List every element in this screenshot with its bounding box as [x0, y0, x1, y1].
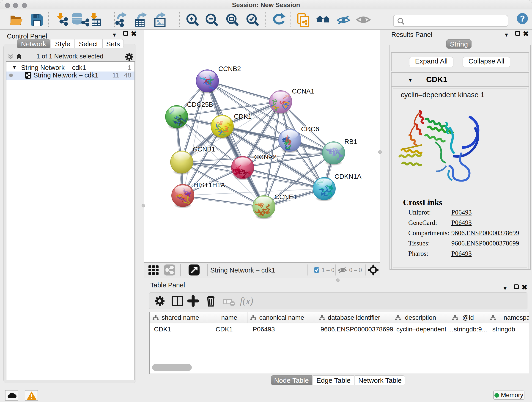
svg-text:CCNE1: CCNE1	[274, 193, 297, 201]
svg-text:HIST1H1A: HIST1H1A	[193, 181, 225, 189]
svg-text:CDC6: CDC6	[301, 125, 319, 133]
svg-text:CCNB2: CCNB2	[218, 65, 241, 72]
svg-text:1 – 0: 1 – 0	[322, 267, 335, 273]
svg-text:?: ?	[520, 14, 525, 23]
svg-text:String Network – cdk1: String Network – cdk1	[210, 267, 275, 274]
svg-text:RB1: RB1	[344, 138, 357, 145]
svg-text:f(x): f(x)	[240, 296, 253, 306]
svg-text:CDKN1A: CDKN1A	[335, 173, 361, 180]
svg-text:CDC25B: CDC25B	[187, 101, 213, 108]
svg-text:0 – 0: 0 – 0	[349, 267, 362, 273]
svg-text:CDK1: CDK1	[234, 113, 252, 120]
svg-text:CCNB1: CCNB1	[193, 146, 215, 153]
svg-text:CCNA2: CCNA2	[254, 153, 277, 161]
svg-text:CCNA1: CCNA1	[292, 88, 314, 95]
